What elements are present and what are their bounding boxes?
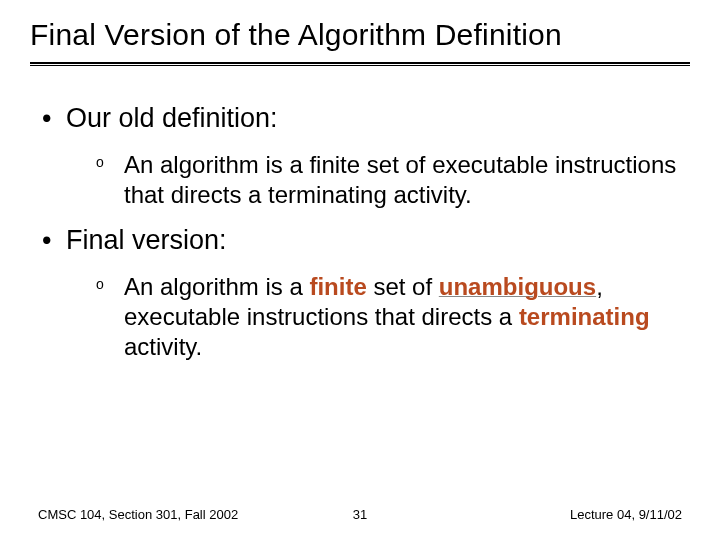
- sub-list: An algorithm is a finite set of unambigu…: [66, 272, 690, 362]
- slide-content: Our old definition: An algorithm is a fi…: [30, 74, 690, 362]
- footer: CMSC 104, Section 301, Fall 2002 31 Lect…: [0, 507, 720, 522]
- sub-list: An algorithm is a finite set of executab…: [66, 150, 690, 210]
- keyword-terminating: terminating: [519, 303, 650, 330]
- slide: Final Version of the Algorithm Definitio…: [0, 0, 720, 540]
- bullet-heading: Our old definition:: [66, 103, 278, 133]
- bullet-old-definition: Our old definition: An algorithm is a fi…: [38, 102, 690, 210]
- bullet-heading: Final version:: [66, 225, 227, 255]
- sub-item: An algorithm is a finite set of unambigu…: [96, 272, 690, 362]
- sub-text-part: set of: [367, 273, 439, 300]
- title-rule: [30, 62, 690, 66]
- bullet-list: Our old definition: An algorithm is a fi…: [30, 102, 690, 362]
- sub-text: An algorithm is a finite set of executab…: [124, 151, 676, 208]
- sub-item: An algorithm is a finite set of executab…: [96, 150, 690, 210]
- slide-title: Final Version of the Algorithm Definitio…: [30, 18, 690, 52]
- keyword-unambiguous: unambiguous: [439, 273, 596, 300]
- keyword-finite: finite: [309, 273, 366, 300]
- footer-right: Lecture 04, 9/11/02: [570, 507, 682, 522]
- footer-page-number: 31: [353, 507, 367, 522]
- bullet-final-version: Final version: An algorithm is a finite …: [38, 224, 690, 362]
- sub-text-part: activity.: [124, 333, 202, 360]
- footer-left: CMSC 104, Section 301, Fall 2002: [38, 507, 238, 522]
- sub-text-part: An algorithm is a: [124, 273, 309, 300]
